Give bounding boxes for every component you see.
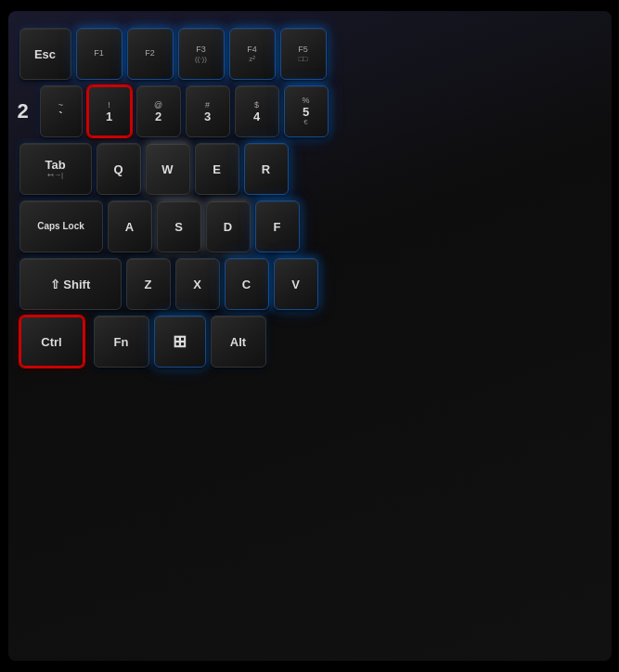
- key-z[interactable]: Z: [126, 258, 171, 310]
- number-key-row: ~ ` ! 1 @ 2 # 3 $ 4 % 5 €: [40, 85, 329, 137]
- key-4[interactable]: $ 4: [235, 85, 279, 137]
- key-shift-label: ⇧ Shift: [50, 278, 91, 291]
- zxcv-row: ⇧ Shift Z X C V: [19, 258, 600, 310]
- key-5-label: 5: [303, 106, 309, 118]
- key-3-top: #: [205, 101, 210, 110]
- key-a-label: A: [125, 221, 134, 233]
- key-f1-label: F1: [94, 49, 104, 58]
- key-5[interactable]: % 5 €: [284, 85, 329, 137]
- key-2-label: 2: [155, 110, 161, 123]
- key-3[interactable]: # 3: [186, 85, 230, 137]
- key-f3-sub: ((·)): [195, 56, 207, 63]
- key-4-top: $: [254, 101, 259, 110]
- key-e[interactable]: E: [195, 143, 239, 195]
- key-v-label: V: [291, 278, 300, 291]
- key-5-top: %: [302, 97, 309, 105]
- key-3-label: 3: [204, 110, 211, 123]
- key-win-label: ⊞: [173, 333, 187, 350]
- key-x[interactable]: X: [175, 258, 220, 310]
- key-x-label: X: [193, 278, 201, 291]
- qwerty-row: Tab ↤→| Q W E R: [19, 143, 600, 195]
- key-tilde[interactable]: ~ `: [40, 85, 83, 137]
- key-d-label: D: [224, 221, 232, 233]
- key-q[interactable]: Q: [97, 143, 141, 195]
- key-tab-label: Tab: [45, 159, 65, 171]
- key-win[interactable]: ⊞: [154, 316, 206, 368]
- function-key-row: Esc F1 F2 F3 ((·)) F4 z² F5 □□: [19, 28, 600, 80]
- key-1-top: !: [108, 101, 110, 110]
- key-f5-label: F5: [298, 45, 308, 54]
- key-fn[interactable]: Fn: [94, 316, 149, 368]
- key-e-label: E: [213, 163, 221, 175]
- key-fn-label: Fn: [114, 336, 129, 348]
- key-w-label: W: [161, 163, 173, 175]
- key-s-label: S: [174, 221, 183, 233]
- key-w[interactable]: W: [146, 143, 190, 195]
- key-f4-label: F4: [247, 45, 257, 54]
- key-1[interactable]: ! 1: [87, 85, 132, 137]
- key-c[interactable]: C: [225, 258, 269, 310]
- key-ctrl-label: Ctrl: [41, 336, 61, 348]
- key-caps-lock[interactable]: Caps Lock: [19, 200, 103, 252]
- asdf-row: Caps Lock A S D F: [19, 200, 600, 252]
- key-esc[interactable]: Esc: [19, 28, 71, 80]
- key-ctrl[interactable]: Ctrl: [19, 316, 84, 368]
- key-tab-sub: ↤→|: [47, 172, 63, 179]
- key-esc-label: Esc: [34, 48, 56, 60]
- key-f2[interactable]: F2: [127, 28, 174, 80]
- key-f5[interactable]: F5 □□: [280, 28, 327, 80]
- number-row-wrapper: 2 ~ ` ! 1 @ 2 # 3 $ 4 %: [19, 85, 600, 137]
- key-f[interactable]: F: [255, 200, 300, 252]
- key-r-label: R: [262, 163, 270, 175]
- key-f5-sub: □□: [299, 56, 308, 63]
- key-d[interactable]: D: [206, 200, 251, 252]
- key-alt[interactable]: Alt: [211, 316, 266, 368]
- key-q-label: Q: [113, 163, 123, 175]
- key-4-label: 4: [253, 110, 260, 123]
- key-tab[interactable]: Tab ↤→|: [19, 143, 92, 195]
- ctrl-row-wrapper: Ctrl 1 Fn ⊞ Alt: [19, 316, 600, 368]
- key-f1[interactable]: F1: [76, 28, 123, 80]
- key-tilde-top: ~: [58, 101, 63, 110]
- key-c-label: C: [242, 278, 251, 291]
- key-f2-label: F2: [145, 49, 155, 58]
- key-alt-label: Alt: [230, 336, 246, 348]
- key-f3[interactable]: F3 ((·)): [178, 28, 225, 80]
- keyboard: Esc F1 F2 F3 ((·)) F4 z² F5 □□ 2 ~ `: [8, 11, 612, 661]
- key-z-label: Z: [145, 278, 152, 291]
- key-v[interactable]: V: [274, 258, 318, 310]
- key-f-label: F: [274, 221, 281, 233]
- key-5-sub: €: [303, 119, 307, 126]
- key-1-label: 1: [106, 110, 112, 123]
- key-2[interactable]: @ 2: [136, 85, 181, 137]
- key-2-top: @: [154, 101, 162, 110]
- key-tilde-label: `: [58, 110, 62, 123]
- step-2-badge: 2: [18, 99, 29, 123]
- key-f4-sub: z²: [249, 56, 255, 63]
- key-a[interactable]: A: [108, 200, 152, 252]
- key-caps-label: Caps Lock: [37, 222, 84, 231]
- key-s[interactable]: S: [157, 200, 201, 252]
- key-shift[interactable]: ⇧ Shift: [19, 258, 122, 310]
- key-f4[interactable]: F4 z²: [229, 28, 276, 80]
- key-r[interactable]: R: [244, 143, 289, 195]
- key-f3-label: F3: [196, 45, 206, 54]
